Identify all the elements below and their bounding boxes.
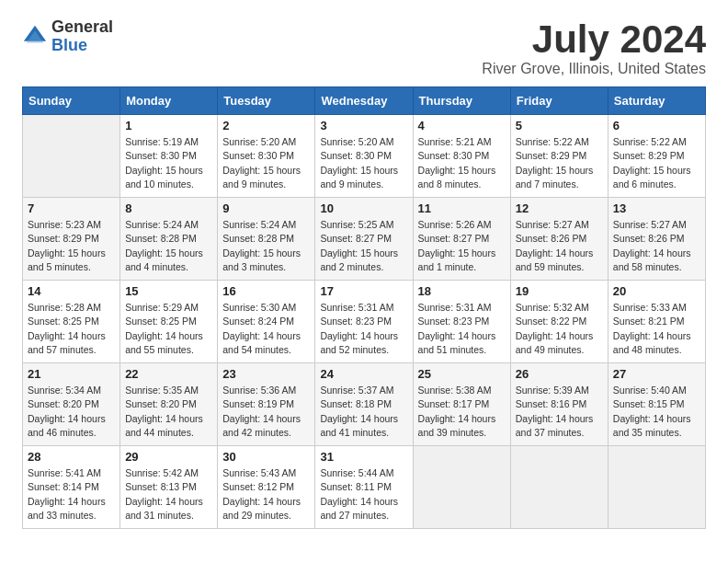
- day-number: 1: [125, 119, 212, 132]
- day-number: 17: [320, 284, 407, 298]
- day-number: 7: [28, 201, 115, 215]
- day-number: 12: [516, 201, 603, 215]
- calendar-cell: 4Sunrise: 5:21 AMSunset: 8:30 PMDaylight…: [413, 115, 510, 198]
- calendar-cell: 10Sunrise: 5:25 AMSunset: 8:27 PMDayligh…: [315, 198, 413, 281]
- location-title: River Grove, Illinois, United States: [482, 61, 706, 77]
- title-area: July 2024 River Grove, Illinois, United …: [482, 18, 706, 77]
- day-info: Sunrise: 5:37 AMSunset: 8:18 PMDaylight:…: [320, 384, 407, 440]
- page-header: General Blue July 2024 River Grove, Illi…: [22, 18, 706, 77]
- day-info: Sunrise: 5:38 AMSunset: 8:17 PMDaylight:…: [418, 384, 506, 440]
- logo-general-text: General: [51, 18, 113, 37]
- day-number: 21: [28, 367, 115, 381]
- day-number: 5: [516, 119, 603, 132]
- day-number: 30: [222, 450, 310, 464]
- calendar-cell: 21Sunrise: 5:34 AMSunset: 8:20 PMDayligh…: [23, 363, 120, 446]
- day-info: Sunrise: 5:32 AMSunset: 8:22 PMDaylight:…: [516, 301, 603, 357]
- calendar-cell: 9Sunrise: 5:24 AMSunset: 8:28 PMDaylight…: [218, 198, 315, 281]
- calendar-cell: 27Sunrise: 5:40 AMSunset: 8:15 PMDayligh…: [608, 363, 705, 446]
- day-info: Sunrise: 5:20 AMSunset: 8:30 PMDaylight:…: [320, 135, 407, 191]
- weekday-header: Friday: [510, 87, 608, 115]
- weekday-header-row: SundayMondayTuesdayWednesdayThursdayFrid…: [23, 87, 706, 115]
- calendar-cell: 15Sunrise: 5:29 AMSunset: 8:25 PMDayligh…: [120, 281, 218, 363]
- day-number: 27: [613, 367, 700, 381]
- day-info: Sunrise: 5:19 AMSunset: 8:30 PMDaylight:…: [125, 135, 212, 191]
- day-number: 28: [28, 450, 115, 464]
- calendar-cell: 5Sunrise: 5:22 AMSunset: 8:29 PMDaylight…: [510, 115, 608, 198]
- day-info: Sunrise: 5:33 AMSunset: 8:21 PMDaylight:…: [613, 301, 700, 357]
- calendar-cell: 14Sunrise: 5:28 AMSunset: 8:25 PMDayligh…: [23, 281, 120, 363]
- day-number: 25: [418, 367, 506, 381]
- calendar-cell: 30Sunrise: 5:43 AMSunset: 8:12 PMDayligh…: [218, 446, 315, 529]
- logo-blue-text: Blue: [51, 37, 113, 55]
- calendar-cell: 8Sunrise: 5:24 AMSunset: 8:28 PMDaylight…: [120, 198, 218, 281]
- calendar-week-row: 28Sunrise: 5:41 AMSunset: 8:14 PMDayligh…: [23, 446, 706, 529]
- day-number: 14: [28, 284, 115, 298]
- calendar-cell: 7Sunrise: 5:23 AMSunset: 8:29 PMDaylight…: [23, 198, 120, 281]
- day-info: Sunrise: 5:24 AMSunset: 8:28 PMDaylight:…: [222, 218, 310, 274]
- weekday-header: Sunday: [23, 87, 120, 115]
- day-info: Sunrise: 5:43 AMSunset: 8:12 PMDaylight:…: [222, 466, 310, 523]
- day-number: 24: [320, 367, 407, 381]
- day-number: 29: [125, 450, 212, 464]
- day-info: Sunrise: 5:36 AMSunset: 8:19 PMDaylight:…: [222, 384, 310, 440]
- calendar-cell: 28Sunrise: 5:41 AMSunset: 8:14 PMDayligh…: [23, 446, 120, 529]
- month-title: July 2024: [482, 18, 706, 61]
- logo-icon: [22, 24, 48, 50]
- calendar-cell: 17Sunrise: 5:31 AMSunset: 8:23 PMDayligh…: [315, 281, 413, 363]
- calendar-cell: 12Sunrise: 5:27 AMSunset: 8:26 PMDayligh…: [510, 198, 608, 281]
- weekday-header: Monday: [120, 87, 218, 115]
- calendar-week-row: 1Sunrise: 5:19 AMSunset: 8:30 PMDaylight…: [23, 115, 706, 198]
- day-number: 15: [125, 284, 212, 298]
- day-info: Sunrise: 5:24 AMSunset: 8:28 PMDaylight:…: [125, 218, 212, 274]
- calendar-cell: 31Sunrise: 5:44 AMSunset: 8:11 PMDayligh…: [315, 446, 413, 529]
- day-number: 2: [222, 119, 310, 132]
- calendar-cell: 16Sunrise: 5:30 AMSunset: 8:24 PMDayligh…: [218, 281, 315, 363]
- calendar-cell: 6Sunrise: 5:22 AMSunset: 8:29 PMDaylight…: [608, 115, 705, 198]
- calendar-cell: [510, 446, 608, 529]
- calendar-cell: [413, 446, 510, 529]
- calendar-week-row: 14Sunrise: 5:28 AMSunset: 8:25 PMDayligh…: [23, 281, 706, 363]
- day-number: 20: [613, 284, 700, 298]
- day-info: Sunrise: 5:30 AMSunset: 8:24 PMDaylight:…: [222, 301, 310, 357]
- day-info: Sunrise: 5:27 AMSunset: 8:26 PMDaylight:…: [516, 218, 603, 274]
- day-info: Sunrise: 5:34 AMSunset: 8:20 PMDaylight:…: [28, 384, 115, 440]
- calendar-cell: 24Sunrise: 5:37 AMSunset: 8:18 PMDayligh…: [315, 363, 413, 446]
- day-number: 13: [613, 201, 700, 215]
- day-number: 9: [222, 201, 310, 215]
- day-info: Sunrise: 5:42 AMSunset: 8:13 PMDaylight:…: [125, 466, 212, 523]
- day-info: Sunrise: 5:23 AMSunset: 8:29 PMDaylight:…: [28, 218, 115, 274]
- day-info: Sunrise: 5:29 AMSunset: 8:25 PMDaylight:…: [125, 301, 212, 357]
- day-info: Sunrise: 5:20 AMSunset: 8:30 PMDaylight:…: [222, 135, 310, 191]
- calendar-cell: 19Sunrise: 5:32 AMSunset: 8:22 PMDayligh…: [510, 281, 608, 363]
- logo: General Blue: [22, 18, 113, 55]
- day-info: Sunrise: 5:21 AMSunset: 8:30 PMDaylight:…: [418, 135, 506, 191]
- calendar-cell: [608, 446, 705, 529]
- day-info: Sunrise: 5:35 AMSunset: 8:20 PMDaylight:…: [125, 384, 212, 440]
- day-number: 18: [418, 284, 506, 298]
- day-info: Sunrise: 5:31 AMSunset: 8:23 PMDaylight:…: [418, 301, 506, 357]
- day-number: 22: [125, 367, 212, 381]
- calendar-cell: 23Sunrise: 5:36 AMSunset: 8:19 PMDayligh…: [218, 363, 315, 446]
- day-info: Sunrise: 5:31 AMSunset: 8:23 PMDaylight:…: [320, 301, 407, 357]
- day-info: Sunrise: 5:26 AMSunset: 8:27 PMDaylight:…: [418, 218, 506, 274]
- calendar-cell: 18Sunrise: 5:31 AMSunset: 8:23 PMDayligh…: [413, 281, 510, 363]
- day-number: 4: [418, 119, 506, 132]
- calendar-table: SundayMondayTuesdayWednesdayThursdayFrid…: [22, 86, 706, 529]
- day-number: 3: [320, 119, 407, 132]
- day-number: 16: [222, 284, 310, 298]
- calendar-cell: 11Sunrise: 5:26 AMSunset: 8:27 PMDayligh…: [413, 198, 510, 281]
- calendar-cell: 13Sunrise: 5:27 AMSunset: 8:26 PMDayligh…: [608, 198, 705, 281]
- day-info: Sunrise: 5:40 AMSunset: 8:15 PMDaylight:…: [613, 384, 700, 440]
- day-info: Sunrise: 5:28 AMSunset: 8:25 PMDaylight:…: [28, 301, 115, 357]
- day-number: 10: [320, 201, 407, 215]
- day-number: 23: [222, 367, 310, 381]
- calendar-cell: 2Sunrise: 5:20 AMSunset: 8:30 PMDaylight…: [218, 115, 315, 198]
- day-number: 31: [320, 450, 407, 464]
- calendar-cell: 1Sunrise: 5:19 AMSunset: 8:30 PMDaylight…: [120, 115, 218, 198]
- day-info: Sunrise: 5:27 AMSunset: 8:26 PMDaylight:…: [613, 218, 700, 274]
- calendar-cell: 26Sunrise: 5:39 AMSunset: 8:16 PMDayligh…: [510, 363, 608, 446]
- calendar-cell: 25Sunrise: 5:38 AMSunset: 8:17 PMDayligh…: [413, 363, 510, 446]
- day-number: 8: [125, 201, 212, 215]
- day-info: Sunrise: 5:22 AMSunset: 8:29 PMDaylight:…: [613, 135, 700, 191]
- calendar-week-row: 7Sunrise: 5:23 AMSunset: 8:29 PMDaylight…: [23, 198, 706, 281]
